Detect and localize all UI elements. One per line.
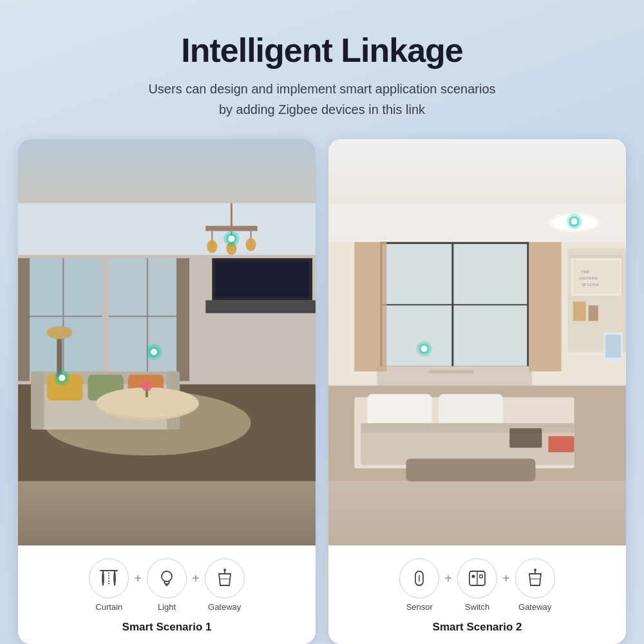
curtain-label: Curtain [95, 602, 122, 612]
card2-scenario-title: Smart Scenario 2 [339, 621, 616, 634]
svg-point-36 [142, 381, 152, 392]
card1-scenario-title: Smart Scenario 1 [28, 621, 305, 634]
plus-1: + [134, 571, 142, 586]
svg-rect-10 [176, 258, 189, 381]
plus-4: + [502, 571, 510, 586]
svg-rect-90 [605, 334, 621, 357]
svg-point-96 [421, 346, 428, 352]
card2-icon-gateway: Gateway [515, 558, 555, 612]
cards-container: Curtain + Light + [0, 139, 644, 644]
gateway-label-1: Gateway [208, 602, 241, 612]
svg-point-34 [246, 238, 256, 251]
svg-rect-63 [380, 242, 529, 244]
svg-rect-86 [548, 436, 574, 452]
svg-point-93 [571, 218, 578, 225]
svg-rect-68 [354, 242, 386, 372]
curtain-icon-circle [89, 558, 129, 598]
card1-footer: Curtain + Light + [18, 545, 316, 644]
card1-icons-row: Curtain + Light + [28, 558, 305, 612]
svg-text:THE: THE [581, 269, 590, 274]
svg-rect-84 [361, 423, 574, 433]
card1-icon-light: Light [147, 558, 187, 612]
header: Intelligent Linkage Users can design and… [109, 0, 534, 139]
svg-rect-69 [529, 242, 561, 372]
svg-rect-81 [367, 394, 431, 426]
plus-3: + [444, 571, 452, 586]
card2-image: THE ANSWER IS LOVE [328, 139, 626, 545]
svg-rect-78 [589, 305, 598, 321]
card1-icon-curtain: Curtain [89, 558, 129, 612]
card2-icon-sensor: Sensor [399, 558, 439, 612]
gateway-label-2: Gateway [518, 602, 551, 612]
svg-text:ANSWER: ANSWER [579, 276, 598, 281]
svg-rect-85 [509, 428, 542, 448]
svg-rect-13 [215, 261, 309, 297]
svg-point-45 [59, 375, 65, 381]
svg-point-102 [480, 575, 483, 578]
svg-rect-9 [18, 258, 30, 381]
card1-image [18, 139, 316, 545]
switch-label: Switch [465, 602, 489, 612]
svg-rect-11 [205, 300, 316, 313]
svg-rect-77 [573, 301, 586, 321]
svg-rect-87 [406, 459, 536, 481]
svg-point-48 [162, 571, 172, 582]
svg-point-104 [534, 569, 536, 571]
svg-text:IS LOVE: IS LOVE [582, 282, 600, 287]
gateway-icon-circle [205, 558, 245, 598]
switch-icon [466, 567, 488, 589]
card-scenario-1: Curtain + Light + [18, 139, 316, 644]
switch-icon-circle [457, 558, 497, 598]
card1-icon-gateway: Gateway [205, 558, 245, 612]
light-icon-circle [147, 558, 187, 598]
light-icon [156, 567, 178, 589]
card-scenario-2: THE ANSWER IS LOVE [328, 139, 626, 644]
svg-point-52 [223, 569, 226, 571]
svg-point-101 [472, 575, 475, 578]
card2-footer: Sensor + Switch + [328, 545, 626, 644]
svg-point-42 [151, 349, 157, 355]
sensor-icon-circle [399, 558, 439, 598]
light-label: Light [158, 602, 176, 612]
main-title: Intelligent Linkage [148, 31, 495, 70]
sensor-label: Sensor [406, 602, 433, 612]
svg-point-39 [228, 236, 234, 242]
svg-point-26 [46, 326, 72, 339]
gateway-icon [214, 567, 236, 589]
svg-rect-67 [377, 366, 532, 386]
svg-rect-28 [205, 226, 257, 231]
gateway-icon-circle-2 [515, 558, 555, 598]
svg-rect-88 [429, 370, 474, 374]
svg-rect-82 [439, 394, 503, 426]
svg-rect-18 [31, 372, 44, 430]
svg-rect-1 [18, 204, 316, 255]
card2-icon-switch: Switch [457, 558, 497, 612]
plus-2: + [192, 571, 200, 586]
card2-icons-row: Sensor + Switch + [339, 558, 616, 612]
curtain-icon [98, 567, 120, 589]
sensor-icon [408, 567, 430, 589]
subtitle: Users can design and implement smart app… [148, 79, 495, 120]
svg-point-32 [207, 240, 217, 253]
gateway-icon-2 [524, 567, 546, 589]
